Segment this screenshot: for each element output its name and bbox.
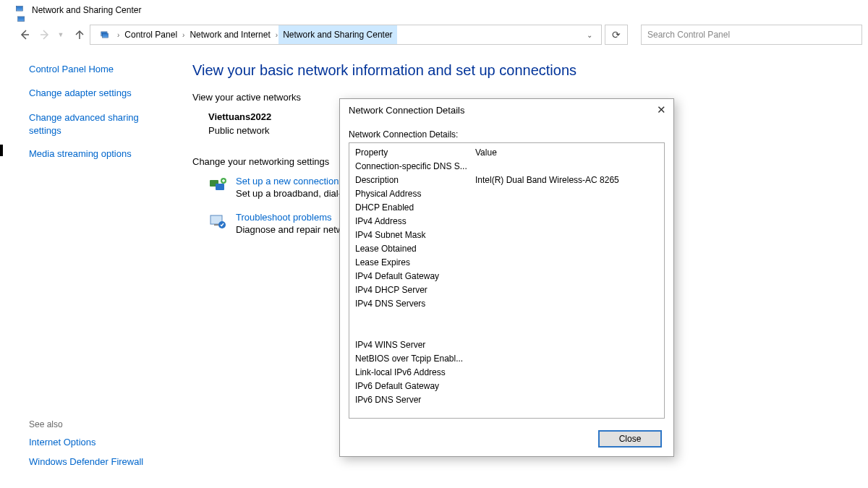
detail-value: Intel(R) Dual Band Wireless-AC 8265 (475, 174, 658, 187)
nav-bar: ▼ › Control Panel › Network and Internet… (0, 20, 868, 49)
search-input[interactable]: Search Control Panel (641, 25, 862, 45)
connection-details-dialog: Network Connection Details ✕ Network Con… (339, 98, 674, 457)
detail-row[interactable]: NetBIOS over Tcpip Enabl... (349, 352, 664, 366)
new-connection-icon (208, 176, 227, 194)
sidebar: Control Panel Home Change adapter settin… (14, 49, 181, 248)
detail-value (475, 160, 658, 174)
detail-value (475, 380, 658, 393)
refresh-button[interactable]: ⟳ (605, 25, 628, 45)
detail-property: Link-local IPv6 Address (355, 366, 475, 380)
detail-property: Lease Obtained (355, 242, 475, 256)
detail-value (475, 256, 658, 270)
detail-value (475, 283, 658, 297)
window-title: Network and Sharing Center (32, 5, 141, 15)
detail-value (475, 228, 658, 242)
detail-property: IPv4 Default Gateway (355, 270, 475, 283)
see-also-section: See also Internet Options Windows Defend… (29, 419, 143, 476)
detail-property: IPv4 WINS Server (355, 338, 475, 352)
detail-row[interactable]: IPv6 DNS Server (349, 393, 664, 407)
svg-rect-7 (214, 224, 218, 226)
detail-row[interactable]: IPv4 WINS Server (349, 338, 664, 352)
page-heading: View your basic network information and … (192, 62, 868, 79)
detail-property: DHCP Enabled (355, 201, 475, 215)
up-button[interactable] (69, 25, 90, 45)
detail-property: Lease Expires (355, 256, 475, 270)
detail-row[interactable]: IPv4 DHCP Server (349, 283, 664, 297)
network-center-icon (14, 5, 26, 15)
column-property[interactable]: Property (355, 146, 475, 160)
detail-value (475, 352, 658, 366)
detail-value (475, 297, 658, 311)
detail-value (475, 201, 658, 215)
close-button[interactable]: Close (598, 430, 662, 448)
internet-options-link[interactable]: Internet Options (29, 437, 143, 448)
crumb-control-panel[interactable]: Control Panel (120, 25, 182, 44)
detail-property: IPv6 DNS Server (355, 393, 475, 407)
see-also-header: See also (29, 419, 143, 429)
column-value[interactable]: Value (475, 146, 658, 160)
crumb-network-internet[interactable]: Network and Internet (185, 25, 274, 44)
detail-row[interactable]: DescriptionIntel(R) Dual Band Wireless-A… (349, 174, 664, 187)
detail-row[interactable]: IPv4 Subnet Mask (349, 228, 664, 242)
media-streaming-link[interactable]: Media streaming options (29, 148, 171, 159)
detail-row[interactable]: Physical Address (349, 187, 664, 201)
detail-row[interactable]: Lease Obtained (349, 242, 664, 256)
detail-property: IPv4 Address (355, 215, 475, 228)
detail-row[interactable]: IPv4 DNS Servers (349, 297, 664, 311)
detail-property: Description (355, 174, 475, 187)
detail-value (475, 393, 658, 407)
dialog-close-button[interactable]: ✕ (657, 103, 666, 116)
detail-row[interactable]: DHCP Enabled (349, 201, 664, 215)
detail-property: IPv6 Default Gateway (355, 380, 475, 393)
detail-row[interactable]: Connection-specific DNS S... (349, 160, 664, 174)
back-button[interactable] (14, 25, 35, 45)
dialog-subtitle: Network Connection Details: (349, 129, 665, 140)
detail-property: Connection-specific DNS S... (355, 160, 475, 174)
address-icon (98, 27, 112, 42)
detail-row[interactable]: Link-local IPv6 Address (349, 366, 664, 380)
detail-row[interactable]: Lease Expires (349, 256, 664, 270)
detail-row[interactable]: IPv4 Default Gateway (349, 270, 664, 283)
troubleshoot-icon (208, 212, 227, 231)
change-advanced-sharing-link[interactable]: Change advanced sharing settings (29, 111, 171, 137)
dialog-title: Network Connection Details (349, 105, 464, 116)
detail-row[interactable]: IPv4 Address (349, 215, 664, 228)
detail-property: IPv4 DHCP Server (355, 283, 475, 297)
change-adapter-link[interactable]: Change adapter settings (29, 87, 171, 98)
crumb-network-sharing[interactable]: Network and Sharing Center (278, 25, 396, 44)
detail-value (475, 215, 658, 228)
control-panel-home-link[interactable]: Control Panel Home (29, 64, 171, 74)
detail-row[interactable]: IPv6 Default Gateway (349, 380, 664, 393)
defender-firewall-link[interactable]: Windows Defender Firewall (29, 456, 143, 467)
details-list[interactable]: Property Value Connection-specific DNS S… (349, 142, 665, 419)
window-titlebar: Network and Sharing Center (0, 0, 868, 20)
detail-value (475, 338, 658, 352)
address-history-dropdown[interactable]: ⌄ (581, 31, 598, 39)
search-placeholder: Search Control Panel (647, 30, 730, 40)
detail-property: NetBIOS over Tcpip Enabl... (355, 352, 475, 366)
detail-value (475, 242, 658, 256)
detail-property: Physical Address (355, 187, 475, 201)
detail-value (475, 270, 658, 283)
recent-dropdown[interactable]: ▼ (55, 25, 67, 45)
detail-value (475, 187, 658, 201)
detail-property: IPv4 DNS Servers (355, 297, 475, 311)
svg-rect-4 (216, 184, 224, 190)
detail-value (475, 366, 658, 380)
forward-button[interactable] (35, 25, 55, 45)
address-bar[interactable]: › Control Panel › Network and Internet ›… (90, 25, 602, 45)
detail-property: IPv4 Subnet Mask (355, 228, 475, 242)
